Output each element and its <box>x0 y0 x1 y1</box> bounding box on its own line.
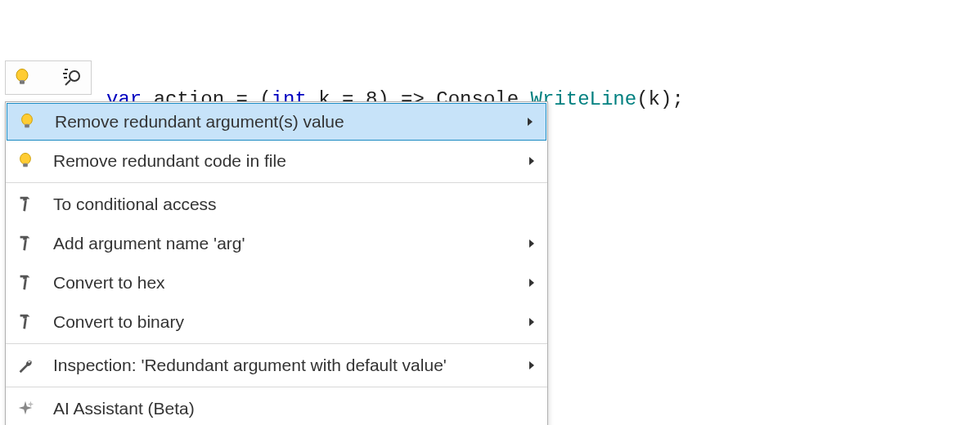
svg-marker-18 <box>20 236 30 240</box>
svg-point-12 <box>20 153 31 164</box>
svg-rect-25 <box>23 318 27 329</box>
svg-marker-27 <box>529 361 534 369</box>
svg-point-0 <box>16 69 28 82</box>
hammer-icon <box>14 193 37 216</box>
svg-marker-24 <box>20 315 30 319</box>
menu-item[interactable]: Remove redundant argument(s) value <box>7 103 546 141</box>
svg-point-8 <box>22 114 33 125</box>
menu-separator <box>6 387 547 387</box>
chevron-right-icon <box>524 277 539 289</box>
menu-item-label: AI Assistant (Beta) <box>53 399 539 418</box>
svg-marker-15 <box>529 157 534 165</box>
inspect-icon <box>61 66 83 89</box>
chevron-right-icon <box>524 360 539 371</box>
menu-item[interactable]: Convert to hex <box>6 263 547 302</box>
svg-marker-20 <box>529 239 534 248</box>
svg-point-3 <box>70 71 79 81</box>
menu-item-label: Convert to binary <box>53 312 524 332</box>
bulb-icon <box>12 66 32 89</box>
svg-marker-16 <box>20 197 30 201</box>
svg-marker-23 <box>529 279 534 287</box>
sparkle-icon <box>14 397 37 420</box>
menu-item-label: To conditional access <box>53 195 539 214</box>
quick-actions-menu: Remove redundant argument(s) value Remov… <box>5 101 548 425</box>
menu-separator <box>6 343 547 344</box>
hammer-icon <box>14 311 37 333</box>
menu-item-label: Inspection: 'Redundant argument with def… <box>53 356 524 375</box>
svg-marker-11 <box>528 118 533 126</box>
menu-separator <box>6 182 547 183</box>
wrench-icon <box>14 354 37 377</box>
menu-item[interactable]: To conditional access <box>6 185 547 224</box>
menu-item[interactable]: AI Assistant (Beta) <box>6 389 547 425</box>
hammer-icon <box>14 232 37 255</box>
menu-item-label: Remove redundant code in file <box>53 151 524 171</box>
quick-fix-bulb-widget[interactable] <box>5 60 92 95</box>
menu-item[interactable]: Remove redundant code in file <box>6 141 547 181</box>
chevron-right-icon <box>524 316 539 328</box>
svg-rect-17 <box>23 200 27 211</box>
svg-marker-21 <box>20 275 30 280</box>
chevron-right-icon <box>524 155 539 167</box>
svg-rect-22 <box>23 279 27 289</box>
svg-rect-19 <box>23 239 27 250</box>
menu-item-label: Convert to hex <box>53 273 524 293</box>
bulb-yellow-icon <box>14 150 37 172</box>
bulb-yellow-icon <box>16 110 38 133</box>
svg-marker-26 <box>529 318 534 326</box>
menu-item-label: Add argument name 'arg' <box>53 234 524 253</box>
menu-item[interactable]: Add argument name 'arg' <box>6 224 547 263</box>
menu-item[interactable]: Inspection: 'Redundant argument with def… <box>6 346 547 385</box>
menu-item-label: Remove redundant argument(s) value <box>55 112 523 132</box>
chevron-right-icon <box>523 116 537 128</box>
hammer-icon <box>14 271 37 294</box>
chevron-right-icon <box>524 238 539 249</box>
menu-item[interactable]: Convert to binary <box>6 302 547 342</box>
svg-line-4 <box>65 80 70 85</box>
